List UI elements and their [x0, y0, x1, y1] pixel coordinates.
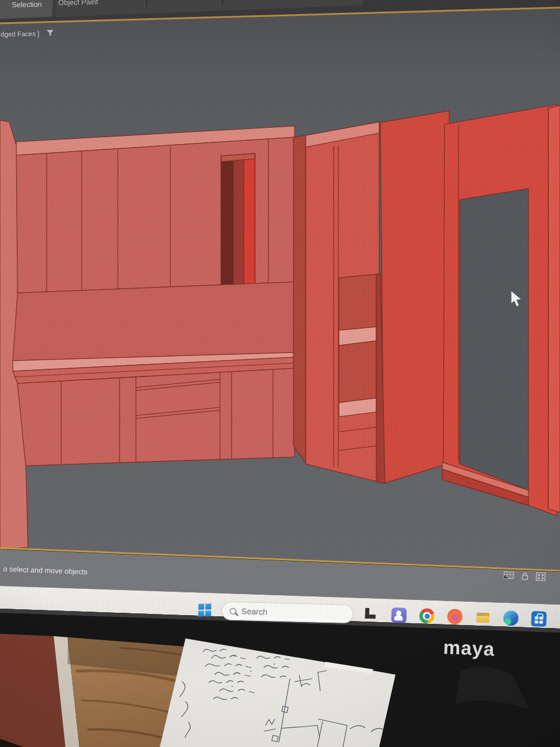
- help-line-icons: [503, 571, 547, 582]
- teams-icon[interactable]: [391, 608, 407, 623]
- tab-selection[interactable]: Selection: [4, 0, 50, 9]
- microsoft-store-icon[interactable]: [531, 611, 547, 627]
- corner-stile: [293, 135, 306, 463]
- taskbar-app-icons: [363, 607, 547, 627]
- windows-start-icon[interactable]: [198, 603, 212, 617]
- firefox-icon[interactable]: [447, 609, 463, 624]
- edge-icon[interactable]: [503, 610, 519, 626]
- viewport-hud: dged Faces ]: [1, 29, 55, 38]
- right-wall-panel: [380, 111, 449, 483]
- script-editor-icon[interactable]: [536, 572, 547, 582]
- viewport-hud-label: dged Faces ]: [1, 30, 40, 37]
- frame-opening: [460, 189, 528, 490]
- upper-cabinets: [16, 137, 295, 293]
- monitor-brand-logo: maya: [436, 636, 502, 661]
- filter-funnel-icon[interactable]: [46, 29, 54, 37]
- base-cabinets: [18, 368, 295, 466]
- padlock-icon[interactable]: [521, 571, 530, 581]
- photographed-monitor: Selection Object Paint dged Faces ] o se…: [0, 0, 560, 747]
- door-frame: [442, 104, 560, 516]
- backsplash-panel: [13, 282, 295, 361]
- search-input[interactable]: Search: [222, 601, 354, 623]
- search-label: Search: [242, 606, 268, 616]
- magnifier-icon: [230, 608, 236, 614]
- tall-shelf-unit: [306, 122, 385, 483]
- scene-svg: [0, 0, 560, 747]
- chrome-icon[interactable]: [419, 608, 435, 624]
- file-explorer-icon[interactable]: [475, 610, 491, 626]
- grid-icon[interactable]: [503, 571, 515, 581]
- dark-l-app-icon[interactable]: [363, 607, 379, 623]
- tab-object-paint[interactable]: Object Paint: [58, 0, 98, 7]
